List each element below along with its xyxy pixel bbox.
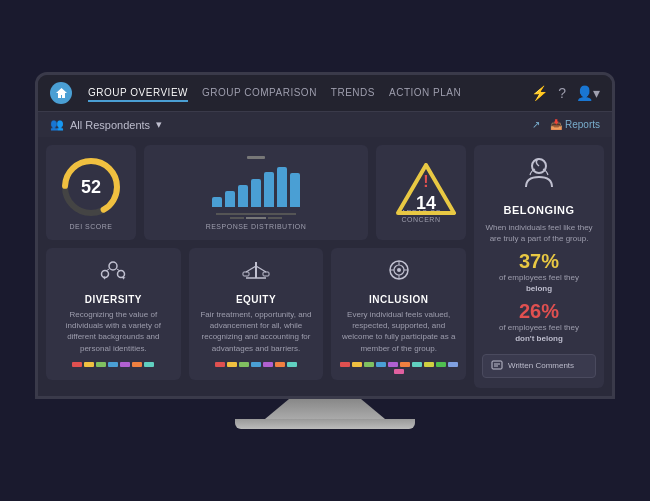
- belonging-panel: BELONGING When individuals feel like the…: [474, 145, 604, 388]
- svg-rect-26: [492, 361, 502, 369]
- filter-bar: 👥 All Respondents ▾ ↗ 📥 Reports: [38, 111, 612, 137]
- color-bar: [436, 362, 446, 367]
- bar-4: [251, 179, 261, 207]
- color-bar: [132, 362, 142, 367]
- svg-point-5: [109, 262, 117, 270]
- dei-score-label: DEI SCORE: [69, 223, 112, 230]
- color-bar: [108, 362, 118, 367]
- inclusion-desc: Every individual feels valued, respected…: [339, 309, 458, 354]
- bar-1: [212, 197, 222, 207]
- color-bar: [400, 362, 410, 367]
- nav-links: GROUP OVERVIEW GROUP COMPARISON TRENDS A…: [88, 85, 515, 102]
- color-bar: [388, 362, 398, 367]
- belonging-desc: When individuals feel like they are trul…: [482, 222, 596, 244]
- diversity-title: DIVERSITY: [85, 294, 142, 305]
- lightning-icon[interactable]: ⚡: [531, 85, 548, 101]
- written-comments-button[interactable]: Written Comments: [482, 354, 596, 378]
- help-icon[interactable]: ?: [558, 85, 566, 101]
- concern-triangle: 14 !: [396, 163, 446, 205]
- bottom-cards: ✦ ✦ DIVERSITY Recognizing the value of i…: [46, 248, 466, 380]
- dont-belong-percent: 26%: [499, 300, 579, 323]
- belong-percent: 37%: [499, 250, 579, 273]
- color-bar: [227, 362, 237, 367]
- diversity-card: ✦ ✦ DIVERSITY Recognizing the value of i…: [46, 248, 181, 380]
- left-panel: 52 DEI SCORE: [46, 145, 466, 388]
- response-distribution-label: RESPONSE DISTRIBUTION: [206, 223, 307, 230]
- diversity-desc: Recognizing the value of individuals wit…: [54, 309, 173, 354]
- color-bar: [364, 362, 374, 367]
- color-bar: [72, 362, 82, 367]
- color-bar: [144, 362, 154, 367]
- svg-rect-17: [263, 272, 269, 276]
- color-bar: [84, 362, 94, 367]
- color-bar: [275, 362, 285, 367]
- nav-icons: ⚡ ? 👤▾: [531, 85, 600, 101]
- svg-rect-16: [243, 272, 249, 276]
- inclusion-color-bars: [339, 362, 458, 374]
- color-bar: [215, 362, 225, 367]
- nav-action-plan[interactable]: ACTION PLAN: [389, 85, 461, 102]
- belonging-stat1: 37% of employees feel they belong: [499, 250, 579, 294]
- svg-text:✦: ✦: [102, 275, 107, 281]
- belonging-title: BELONGING: [503, 204, 574, 216]
- color-bar: [263, 362, 273, 367]
- svg-text:✦: ✦: [121, 275, 126, 281]
- bar-6: [277, 167, 287, 207]
- share-icon[interactable]: ↗: [532, 119, 540, 130]
- bar-2: [225, 191, 235, 207]
- color-bar: [239, 362, 249, 367]
- nav-trends[interactable]: TRENDS: [331, 85, 375, 102]
- svg-line-15: [256, 266, 266, 272]
- color-bar: [120, 362, 130, 367]
- diversity-color-bars: [72, 362, 154, 367]
- color-bar: [412, 362, 422, 367]
- svg-point-20: [397, 268, 401, 272]
- areas-of-concern-card: 14 ! AREAS OF CONCERN: [376, 145, 466, 240]
- home-button[interactable]: [50, 82, 72, 104]
- belonging-stat2: 26% of employees feel they don't belong: [499, 300, 579, 344]
- color-bar: [376, 362, 386, 367]
- monitor-base: [235, 419, 415, 429]
- svg-text:!: !: [423, 173, 428, 190]
- main-content: 52 DEI SCORE: [38, 137, 612, 396]
- equity-icon: [242, 258, 270, 288]
- color-bar: [96, 362, 106, 367]
- color-bar: [352, 362, 362, 367]
- color-bar: [424, 362, 434, 367]
- bar-chart: [212, 167, 300, 207]
- nav-group-overview[interactable]: GROUP OVERVIEW: [88, 85, 188, 102]
- equity-title: EQUITY: [236, 294, 276, 305]
- color-bar: [287, 362, 297, 367]
- inclusion-icon: [385, 258, 413, 288]
- bar-7: [290, 173, 300, 207]
- dei-score-value: 52: [81, 177, 101, 198]
- nav-group-comparison[interactable]: GROUP COMPARISON: [202, 85, 317, 102]
- user-icon[interactable]: 👤▾: [576, 85, 600, 101]
- respondents-filter[interactable]: 👥 All Respondents ▾: [50, 118, 162, 131]
- respondents-icon: 👥: [50, 118, 64, 131]
- svg-line-14: [246, 266, 256, 272]
- filter-actions: ↗ 📥 Reports: [532, 119, 600, 130]
- equity-card: EQUITY Fair treatment, opportunity, and …: [189, 248, 324, 380]
- filter-label: All Respondents: [70, 119, 150, 131]
- response-distribution-card: RESPONSE DISTRIBUTION: [144, 145, 368, 240]
- dont-belong-label: of employees feel they don't belong: [499, 323, 579, 344]
- color-bar: [448, 362, 458, 367]
- reports-button[interactable]: 📥 Reports: [550, 119, 600, 130]
- color-bar: [394, 369, 404, 374]
- diversity-icon: ✦ ✦: [99, 258, 127, 288]
- chevron-down-icon: ▾: [156, 118, 162, 131]
- written-comments-label: Written Comments: [508, 361, 574, 370]
- color-bar: [251, 362, 261, 367]
- dei-circle: 52: [59, 155, 123, 219]
- bar-5: [264, 172, 274, 207]
- svg-text:14: 14: [416, 193, 436, 213]
- belonging-icon: [521, 155, 557, 198]
- bar-3: [238, 185, 248, 207]
- color-bar: [340, 362, 350, 367]
- top-nav: GROUP OVERVIEW GROUP COMPARISON TRENDS A…: [38, 75, 612, 111]
- equity-color-bars: [215, 362, 297, 367]
- dei-score-card: 52 DEI SCORE: [46, 145, 136, 240]
- equity-desc: Fair treatment, opportunity, and advance…: [197, 309, 316, 354]
- inclusion-title: INCLUSION: [369, 294, 429, 305]
